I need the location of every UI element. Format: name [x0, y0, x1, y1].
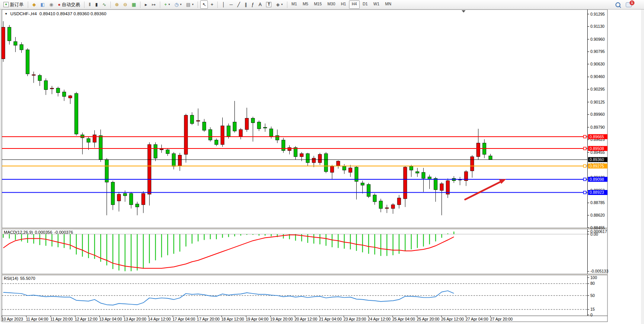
rsi-axis-label: 50 [590, 293, 595, 298]
equidistant-channel-icon: ∥ [245, 2, 247, 7]
timeframe-m30-button[interactable]: M30 [325, 0, 338, 9]
arrows-button[interactable]: ◈▾ [274, 0, 284, 9]
text-button[interactable]: A [257, 0, 263, 9]
macd-histogram-bar [442, 234, 442, 238]
chevron-down-icon: ▾ [192, 3, 193, 6]
candle-body [190, 115, 194, 124]
toolbar-separator [217, 2, 218, 8]
candle-body [276, 136, 279, 140]
line-chart-button[interactable]: ∿ [100, 0, 108, 9]
chevron-down-icon[interactable]: ▼ [5, 12, 8, 16]
tile-windows-button[interactable]: ▦ [130, 0, 138, 9]
time-tick-label: 24 Apr 12:00 [368, 317, 391, 321]
macd-histogram-bar [64, 234, 65, 248]
crosshair-button[interactable]: + [209, 0, 215, 9]
new-order-button[interactable]: +新订单 [2, 0, 26, 9]
candle-doji [458, 180, 462, 180]
macd-histogram-bar [393, 234, 394, 255]
macd-axis-label: 0.00 [590, 232, 598, 236]
timeframe-w1-button[interactable]: W1 [371, 0, 382, 9]
time-tick-label: 13 Apr 04:00 [99, 317, 122, 321]
timeframe-h1-button[interactable]: H1 [338, 0, 349, 9]
candle-body [306, 153, 309, 163]
zoom-in-button[interactable]: ⊕ [113, 0, 121, 9]
level-marker[interactable] [583, 191, 586, 194]
macd-histogram-bar [15, 234, 16, 240]
macd-histogram-bar [423, 234, 424, 246]
chart-canvas[interactable]: 0.912950.911300.909600.907950.906300.904… [0, 0, 644, 324]
candle-body [26, 50, 29, 74]
zoom-out-button[interactable]: ⊖ [121, 0, 129, 9]
macd-histogram-bar [314, 234, 314, 244]
level-marker[interactable] [583, 147, 586, 150]
price-badge-label: 0.88923 [590, 190, 604, 195]
auto-trading-button[interactable]: ●自动交易 [56, 0, 82, 9]
new-order-icon: + [3, 2, 9, 7]
templates-button[interactable]: ▤▾ [184, 0, 195, 9]
bar-chart-icon: ‖ [89, 2, 91, 7]
candle-body [336, 161, 340, 166]
indicators-button[interactable]: +▾ [163, 0, 172, 9]
equidistant-channel-button[interactable]: ∥ [243, 0, 249, 9]
macd-histogram-bar [174, 234, 174, 254]
new-order-label: 新订单 [10, 2, 24, 7]
macd-histogram-bar [228, 234, 229, 237]
vertical-line-icon: │ [222, 2, 225, 7]
macd-histogram-bar [241, 234, 241, 236]
fibonacci-button[interactable]: ƒ [250, 0, 256, 9]
macd-histogram-bar [9, 234, 10, 238]
auto-scroll-icon: ▸ [145, 2, 147, 7]
candle-body [349, 168, 352, 172]
vertical-line-button[interactable]: │ [220, 0, 227, 9]
periods-button[interactable]: ◷▾ [173, 0, 184, 9]
macd-histogram-bar [125, 234, 126, 271]
trendline-button[interactable]: ╱ [236, 0, 242, 9]
search-icon[interactable] [615, 2, 620, 7]
toolbar-separator [198, 2, 198, 8]
candle-body [367, 184, 370, 196]
cursor-button[interactable]: ↖ [200, 0, 208, 9]
candle-body [166, 150, 169, 154]
candle-body [397, 198, 401, 205]
chart-shift-icon: ↦ [151, 2, 155, 7]
level-marker[interactable] [583, 165, 586, 168]
timeframe-m15-button[interactable]: M15 [311, 0, 324, 9]
macd-histogram-bar [70, 234, 71, 249]
timeframe-m5-button[interactable]: M5 [300, 0, 311, 9]
macd-histogram-bar [247, 234, 247, 235]
price-tick-label: 0.90795 [590, 49, 605, 54]
timeframe-d1-button[interactable]: D1 [360, 0, 370, 9]
candle-body [300, 153, 303, 156]
timeframe-h4-button[interactable]: H4 [349, 0, 359, 9]
bar-chart-button[interactable]: ‖ [87, 0, 92, 9]
chart-shift-button[interactable]: ↦ [150, 0, 157, 9]
text-label-button[interactable]: T [264, 0, 273, 9]
auto-scroll-button[interactable]: ▸ [143, 0, 149, 9]
terminal-button[interactable]: ◉ [48, 0, 55, 9]
toolbar-buttons: +新订单◆◧◉●自动交易‖▮∿⊕⊖▦▸↦+▾◷▾▤▾↖+│─╱∥ƒAT◈▾ [2, 0, 289, 9]
horizontal-line-button[interactable]: ─ [228, 0, 235, 9]
macd-histogram-bar [216, 234, 217, 239]
macd-histogram-bar [180, 234, 180, 252]
candle-body [62, 92, 66, 96]
candle-body [416, 172, 419, 173]
macd-histogram-bar [265, 234, 266, 236]
notifications-icon[interactable]: 1 [626, 2, 632, 7]
level-marker[interactable] [583, 178, 586, 180]
time-tick-label: 11 Apr 20:00 [50, 317, 73, 321]
candlestick-button[interactable]: ▮ [93, 0, 100, 9]
macd-histogram-bar [362, 234, 363, 252]
candle-body [142, 193, 145, 205]
navigator-button[interactable]: ◧ [38, 0, 46, 9]
level-marker[interactable] [583, 135, 586, 138]
timeframe-mn-button[interactable]: MN [383, 0, 394, 9]
candle-body [38, 75, 41, 81]
macd-histogram-bar [210, 234, 211, 239]
candle-body [385, 208, 389, 209]
market-watch-button[interactable]: ◆ [30, 0, 38, 9]
macd-histogram-bar [143, 234, 144, 268]
timeframe-m1-button[interactable]: M1 [289, 0, 300, 9]
macd-histogram-bar [3, 234, 4, 238]
zoom-out-icon: ⊖ [123, 2, 127, 7]
candle-body [330, 166, 334, 172]
